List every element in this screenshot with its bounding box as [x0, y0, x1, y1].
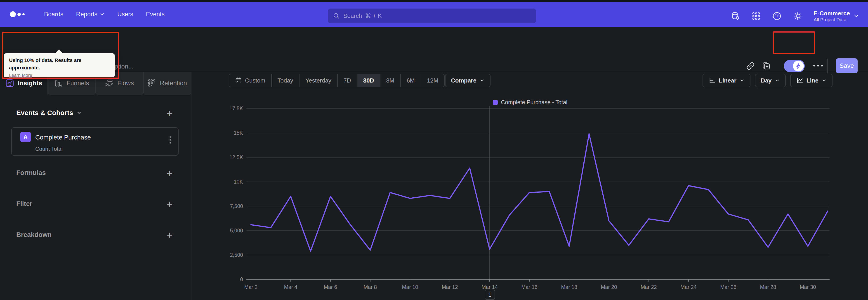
scale-selector[interactable]: Linear: [703, 74, 750, 87]
range-30d[interactable]: 30D: [357, 74, 380, 87]
svg-text:Mar 6: Mar 6: [324, 284, 337, 290]
learn-more-link[interactable]: Learn More: [9, 73, 32, 78]
sampling-tooltip: Using 10% of data. Results are approxima…: [4, 53, 115, 77]
compare-button[interactable]: Compare: [445, 74, 491, 87]
svg-text:Mar 4: Mar 4: [284, 284, 298, 290]
calendar-icon: [235, 77, 242, 84]
insights-report-page: Boards Reports Users Events: [0, 0, 868, 300]
nav-item-reports[interactable]: Reports: [76, 11, 105, 18]
svg-text:Mar 2: Mar 2: [244, 284, 258, 290]
range-today[interactable]: Today: [271, 74, 299, 87]
chevron-down-icon: [100, 12, 105, 17]
event-metric-selector[interactable]: Count Total: [35, 146, 63, 152]
line-chart[interactable]: 17.5K15K12.5K10K7,5005,0002,5000Mar 2Mar…: [226, 97, 850, 294]
top-nav: Boards Reports Users Events: [0, 2, 868, 27]
project-scope: All Project Data: [814, 17, 850, 22]
granularity-selector[interactable]: Day: [755, 74, 786, 87]
svg-text:Mar 24: Mar 24: [680, 284, 697, 290]
chart-page-indicator[interactable]: 1: [485, 290, 495, 300]
data-management-icon[interactable]: [731, 11, 740, 21]
svg-text:10K: 10K: [234, 179, 243, 185]
mixpanel-logo-icon[interactable]: [10, 11, 25, 17]
chevron-down-icon: [822, 78, 827, 83]
window-top-edge: [0, 0, 868, 2]
events-cohorts-header[interactable]: Events & Cohorts: [16, 109, 175, 117]
chevron-down-icon: [480, 78, 485, 83]
add-to-board-icon[interactable]: [761, 61, 771, 71]
help-icon[interactable]: [772, 11, 782, 21]
search-input[interactable]: [343, 12, 531, 20]
kebab-menu-icon[interactable]: [169, 136, 171, 144]
svg-text:2,500: 2,500: [230, 252, 243, 258]
line-chart-icon: [796, 77, 803, 84]
event-query-card[interactable]: A Complete Purchase Count Total: [11, 127, 179, 156]
range-3m[interactable]: 3M: [380, 74, 400, 87]
svg-text:Mar 28: Mar 28: [760, 284, 776, 290]
tab-retention[interactable]: Retention: [144, 72, 191, 94]
retention-icon: [147, 79, 156, 88]
nav-item-events[interactable]: Events: [146, 11, 165, 18]
tooltip-arrow: [55, 49, 63, 54]
section-breakdown: Breakdown: [16, 231, 52, 239]
range-yesterday[interactable]: Yesterday: [299, 74, 337, 87]
range-custom[interactable]: Custom: [229, 74, 271, 87]
report-header: Untitled Sampled + Add description... Sa…: [0, 27, 868, 72]
date-range-selector: Custom Today Yesterday 7D 30D 3M 6M 12M: [229, 74, 445, 87]
svg-text:Mar 30: Mar 30: [800, 284, 816, 290]
linear-axis-icon: [708, 77, 716, 84]
svg-text:Mar 12: Mar 12: [442, 284, 458, 290]
section-formulas: Formulas: [16, 169, 46, 177]
project-switcher[interactable]: E-Commerce All Project Data: [814, 10, 859, 23]
section-filter: Filter: [16, 200, 32, 208]
divider: [827, 59, 828, 73]
svg-text:Mar 26: Mar 26: [720, 284, 737, 290]
divider: [191, 72, 191, 300]
range-6m[interactable]: 6M: [400, 74, 421, 87]
svg-text:Mar 22: Mar 22: [641, 284, 657, 290]
svg-text:Mar 10: Mar 10: [402, 284, 418, 290]
funnels-icon: [54, 79, 63, 88]
event-name: Complete Purchase: [35, 134, 91, 141]
project-name: E-Commerce: [814, 10, 850, 17]
svg-text:Mar 14: Mar 14: [482, 284, 498, 290]
svg-text:5,000: 5,000: [230, 228, 243, 234]
lightning-icon: [796, 63, 801, 69]
chevron-down-icon: [76, 110, 82, 116]
nav-item-boards[interactable]: Boards: [44, 11, 64, 18]
save-button[interactable]: Save: [836, 58, 858, 73]
svg-text:17.5K: 17.5K: [229, 106, 243, 112]
nav-item-users[interactable]: Users: [117, 11, 133, 18]
svg-text:Mar 18: Mar 18: [561, 284, 577, 290]
chevron-down-icon: [775, 78, 780, 83]
range-7d[interactable]: 7D: [337, 74, 357, 87]
add-formula-button[interactable]: +: [164, 168, 175, 178]
svg-text:Mar 16: Mar 16: [521, 284, 537, 290]
add-breakdown-button[interactable]: +: [164, 230, 175, 240]
insights-icon: [5, 79, 14, 88]
apps-grid-icon[interactable]: [751, 11, 761, 21]
range-12m[interactable]: 12M: [421, 74, 444, 87]
tooltip-message: Using 10% of data. Results are approxima…: [9, 57, 110, 71]
global-search[interactable]: [328, 8, 536, 23]
more-options-button[interactable]: [813, 65, 823, 66]
add-filter-button[interactable]: +: [164, 199, 175, 209]
svg-text:Mar 8: Mar 8: [364, 284, 377, 290]
chevron-down-icon: [740, 78, 745, 83]
search-icon: [333, 12, 340, 19]
copy-link-icon[interactable]: [745, 61, 755, 71]
svg-text:12.5K: 12.5K: [229, 154, 243, 160]
svg-text:Mar 20: Mar 20: [601, 284, 617, 290]
add-event-button[interactable]: +: [164, 109, 175, 118]
svg-text:7,500: 7,500: [230, 203, 243, 209]
chart-type-selector[interactable]: Line: [790, 74, 833, 87]
sampling-toggle[interactable]: [784, 60, 805, 72]
svg-text:15K: 15K: [234, 130, 243, 136]
chevron-down-icon: [854, 13, 859, 19]
settings-gear-icon[interactable]: [793, 11, 802, 21]
event-series-badge: A: [20, 132, 31, 142]
svg-text:0: 0: [240, 276, 243, 282]
flows-icon: [105, 79, 114, 88]
